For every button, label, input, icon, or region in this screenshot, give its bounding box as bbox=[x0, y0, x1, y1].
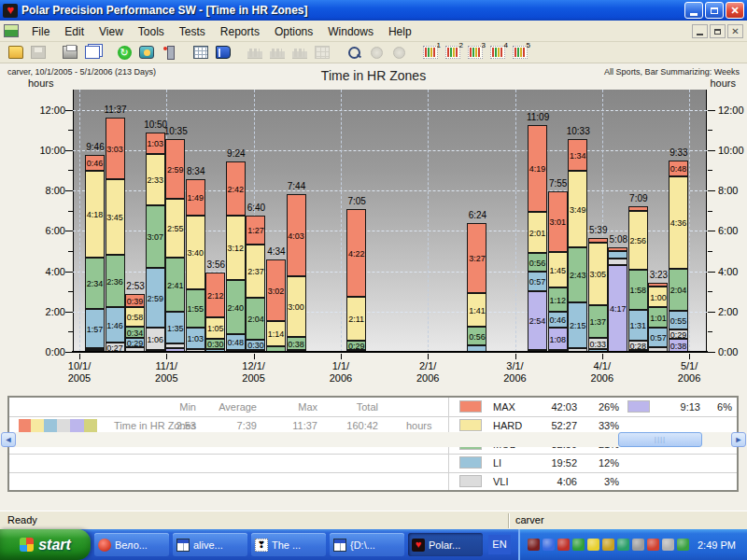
bar-segment-max[interactable]: 3:01 bbox=[548, 191, 568, 252]
bar-segment-li[interactable]: 0:29 bbox=[125, 338, 145, 347]
menu-item-edit[interactable]: Edit bbox=[57, 22, 92, 41]
bar-segment-hard[interactable]: 1:41 bbox=[467, 293, 486, 327]
bar-segment-mod[interactable]: 1:55 bbox=[186, 289, 205, 328]
diary-button[interactable] bbox=[212, 43, 234, 63]
bar-segment-extra[interactable]: 4:17 bbox=[608, 265, 627, 352]
bar-segment-mod[interactable]: 0:34 bbox=[125, 327, 145, 338]
bar-segment-li[interactable]: 0:57 bbox=[648, 328, 668, 347]
bar-segment-li[interactable]: 1:03 bbox=[186, 328, 205, 349]
bar-segment-max[interactable]: 2:12 bbox=[205, 273, 225, 317]
bar-segment-max[interactable]: 0:48 bbox=[669, 161, 688, 176]
bar-segment-max[interactable]: 3:27 bbox=[467, 223, 486, 293]
bar-segment-max[interactable]: 1:49 bbox=[186, 179, 205, 216]
bar-segment-mod[interactable]: 1:37 bbox=[588, 305, 608, 338]
tray-icon[interactable] bbox=[587, 539, 599, 551]
bar-segment-mod[interactable]: 0:29 bbox=[346, 341, 366, 350]
bar-segment-max[interactable] bbox=[648, 283, 668, 287]
bar-segment-mod[interactable]: 2:04 bbox=[246, 298, 265, 340]
bar-segment-li[interactable]: 0:30 bbox=[246, 340, 265, 350]
bar-segment-vli[interactable]: 0:33 bbox=[588, 338, 608, 349]
bar-segment-max[interactable]: 4:22 bbox=[346, 209, 366, 297]
report-5-button[interactable]: 5 bbox=[509, 43, 531, 63]
bar-segment-hard[interactable]: 2:11 bbox=[346, 297, 366, 341]
bar-segment-hard[interactable]: 3:00 bbox=[287, 276, 306, 337]
bar-segment-li[interactable]: 1:31 bbox=[628, 310, 648, 341]
zoom-button[interactable] bbox=[343, 43, 365, 63]
bar-segment-vli[interactable]: 1:06 bbox=[146, 328, 165, 350]
bar-segment-vli[interactable] bbox=[608, 259, 627, 265]
bar-segment-hard[interactable]: 3:05 bbox=[588, 243, 608, 305]
menu-item-file[interactable]: File bbox=[24, 22, 57, 41]
task-button[interactable]: ❣The ... bbox=[251, 533, 326, 556]
scroll-right-arrow-icon[interactable]: ► bbox=[731, 432, 746, 447]
menu-item-options[interactable]: Options bbox=[267, 22, 320, 41]
bar-segment-mod[interactable]: 1:01 bbox=[648, 307, 668, 328]
tray-icon[interactable] bbox=[602, 539, 614, 551]
menu-item-view[interactable]: View bbox=[92, 22, 131, 41]
bar-segment-hard[interactable]: 0:58 bbox=[125, 307, 145, 327]
bar-segment-mod[interactable]: 2:04 bbox=[669, 269, 688, 311]
menu-item-tests[interactable]: Tests bbox=[172, 22, 213, 41]
bar-segment-hard[interactable]: 1:45 bbox=[548, 252, 568, 287]
bar-segment-max[interactable]: 0:39 bbox=[125, 294, 145, 307]
print-button[interactable] bbox=[59, 43, 81, 63]
bar-segment-mod[interactable]: 1:12 bbox=[548, 287, 568, 312]
bar-segment-li[interactable]: 1:46 bbox=[106, 307, 125, 343]
bar-segment-max[interactable] bbox=[608, 247, 627, 251]
bar-segment-max[interactable]: 1:27 bbox=[246, 216, 265, 245]
bar-segment-mod[interactable]: 0:38 bbox=[287, 337, 306, 350]
bar-segment-hard[interactable]: 4:18 bbox=[85, 171, 105, 258]
bar-segment-extra[interactable]: 2:54 bbox=[528, 291, 547, 350]
bar-segment-hard[interactable]: 3:12 bbox=[226, 216, 246, 280]
bar-segment-vli[interactable]: 0:28 bbox=[628, 341, 648, 350]
bar-segment-extra[interactable]: 0:38 bbox=[669, 339, 688, 352]
language-indicator[interactable]: EN bbox=[488, 535, 511, 554]
bar-segment-vli[interactable]: 0:29 bbox=[669, 329, 688, 339]
bar-segment-hard[interactable]: 1:14 bbox=[266, 321, 286, 346]
bar-segment-li[interactable]: 2:15 bbox=[568, 302, 587, 348]
task-button[interactable]: Вело... bbox=[94, 533, 169, 556]
bar-segment-mod[interactable]: 2:40 bbox=[226, 280, 246, 334]
tray-icon[interactable] bbox=[647, 539, 659, 551]
bar-segment-mod[interactable]: 2:43 bbox=[568, 247, 587, 302]
menu-item-help[interactable]: Help bbox=[381, 22, 419, 41]
bar-segment-hard[interactable]: 2:01 bbox=[528, 212, 547, 253]
bar-segment-li[interactable]: 1:35 bbox=[165, 312, 185, 343]
horizontal-scrollbar[interactable]: ◄ ► bbox=[0, 432, 747, 447]
bar-segment-hard[interactable]: 1:00 bbox=[648, 287, 668, 307]
bar-segment-max[interactable]: 3:02 bbox=[266, 259, 286, 321]
bar-segment-li[interactable]: 0:55 bbox=[669, 311, 688, 329]
bar-segment-hard[interactable]: 2:55 bbox=[165, 199, 185, 258]
task-button[interactable]: alive... bbox=[173, 533, 247, 556]
bar-segment-li[interactable]: 0:57 bbox=[528, 272, 547, 291]
task-button[interactable]: {D:\... bbox=[330, 533, 404, 556]
report-1-button[interactable]: 1 bbox=[419, 43, 442, 63]
bar-segment-max[interactable]: 4:03 bbox=[287, 194, 306, 276]
bar-segment-max[interactable]: 4:19 bbox=[528, 125, 547, 212]
bar-segment-li[interactable]: 1:57 bbox=[85, 309, 105, 348]
bar-segment-max[interactable]: 0:46 bbox=[85, 155, 105, 171]
hr-monitor-button[interactable] bbox=[135, 43, 158, 63]
mdi-minimize-button[interactable] bbox=[692, 24, 708, 38]
bar-segment-mod[interactable]: 0:56 bbox=[528, 253, 547, 272]
tray-icon[interactable] bbox=[528, 539, 540, 551]
bar-segment-li[interactable] bbox=[608, 251, 627, 259]
bar-segment-li[interactable]: 2:59 bbox=[146, 268, 165, 328]
open-file-button[interactable] bbox=[5, 43, 27, 63]
tray-icon[interactable] bbox=[662, 539, 674, 551]
report-2-button[interactable]: 2 bbox=[442, 43, 464, 63]
tray-icon[interactable] bbox=[572, 539, 585, 551]
menu-item-windows[interactable]: Windows bbox=[320, 22, 381, 41]
menu-item-reports[interactable]: Reports bbox=[213, 22, 267, 41]
bar-segment-hard[interactable]: 3:45 bbox=[106, 179, 125, 255]
start-button[interactable]: start bbox=[0, 529, 91, 560]
bar-segment-mod[interactable]: 0:30 bbox=[205, 339, 225, 349]
bar-segment-vli[interactable] bbox=[85, 348, 105, 350]
bar-segment-hard[interactable]: 2:56 bbox=[628, 211, 648, 270]
tray-icon[interactable] bbox=[617, 539, 629, 551]
mdi-close-button[interactable]: ✕ bbox=[727, 24, 743, 38]
bar-segment-hard[interactable]: 4:36 bbox=[669, 176, 688, 269]
minimize-button[interactable] bbox=[684, 2, 703, 19]
bar-segment-mod[interactable]: 3:07 bbox=[146, 205, 165, 268]
bar-segment-mod[interactable]: 2:41 bbox=[165, 258, 185, 312]
